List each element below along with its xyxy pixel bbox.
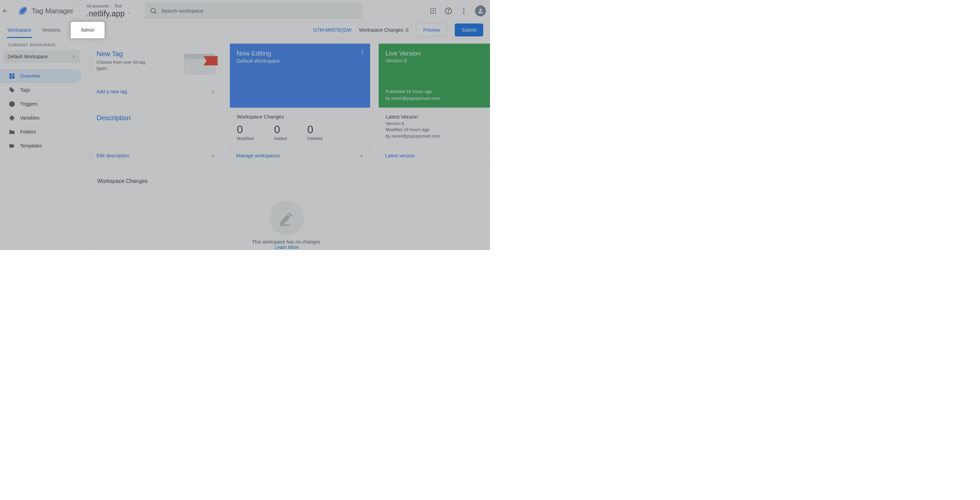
chevron-right-icon xyxy=(210,153,215,158)
search-input[interactable] xyxy=(161,8,358,14)
card-now-editing: Now Editing Default Workspace xyxy=(230,44,370,108)
product-name: Tag Manager xyxy=(32,7,73,15)
breadcrumb-root[interactable]: All accounts xyxy=(86,4,109,8)
link-label: Add a new tag xyxy=(97,89,127,94)
container-name[interactable]: .netlify.app xyxy=(86,9,125,18)
svg-point-26 xyxy=(362,49,363,50)
puzzle-icon xyxy=(8,115,15,122)
sidebar: CURRENT WORKSPACE Default Workspace Over… xyxy=(0,38,83,250)
empty-state: This workspace has no changes. Learn Mor… xyxy=(91,190,483,250)
chevron-right-icon xyxy=(110,5,113,8)
sidebar-item-tags[interactable]: Tags xyxy=(0,83,81,97)
label-icon xyxy=(8,143,15,150)
manage-workspaces-link[interactable]: Manage workspaces xyxy=(230,148,370,163)
sidebar-item-overview[interactable]: Overview xyxy=(0,69,81,83)
breadcrumb-account[interactable]: Test xyxy=(115,4,122,8)
published-by-line: by ceren@popupsmart.com xyxy=(385,95,490,102)
stat-label: Deleted xyxy=(307,136,323,141)
empty-state-message: This workspace has no changes. xyxy=(252,239,321,245)
svg-point-7 xyxy=(430,10,432,11)
tag-manager-logo-icon xyxy=(17,5,29,17)
workspace-selector[interactable]: Default Workspace xyxy=(3,50,80,63)
now-editing-menu-button[interactable] xyxy=(359,48,365,55)
tab-label: Versions xyxy=(42,27,60,33)
pencil-icon xyxy=(278,209,295,226)
body: CURRENT WORKSPACE Default Workspace Over… xyxy=(0,38,490,250)
more-button[interactable] xyxy=(460,7,468,15)
more-vert-icon xyxy=(359,48,365,54)
svg-point-10 xyxy=(430,12,432,14)
learn-more-link[interactable]: Learn More xyxy=(274,245,299,250)
chevron-right-icon xyxy=(359,153,364,158)
sub-nav: Workspace Versions Admin GTM-M6976QDW Wo… xyxy=(0,22,490,38)
caret-down-icon[interactable] xyxy=(127,11,131,15)
sidebar-item-label: Triggers xyxy=(20,102,37,107)
container-id[interactable]: GTM-M6976QDW xyxy=(313,27,352,33)
stat-value: 0 xyxy=(274,123,287,136)
submit-button[interactable]: Submit xyxy=(455,24,483,37)
breadcrumb-block: All accounts Test .netlify.app xyxy=(80,4,138,18)
product-logo-block[interactable]: Tag Manager xyxy=(11,0,80,22)
apps-button[interactable] xyxy=(429,7,437,15)
latest-version-link[interactable]: Latest version xyxy=(379,148,490,163)
preview-button[interactable]: Preview xyxy=(416,24,447,37)
more-vert-icon xyxy=(460,7,468,14)
target-icon xyxy=(8,101,15,108)
add-new-tag-link[interactable]: Add a new tag xyxy=(91,84,221,99)
card-live-version: Live Version Version 6 Published 19 hour… xyxy=(379,44,490,108)
sidebar-item-triggers[interactable]: Triggers xyxy=(0,97,81,111)
button-label: Submit xyxy=(461,27,476,33)
svg-point-28 xyxy=(362,53,363,54)
workspace-selector-value: Default Workspace xyxy=(8,54,48,59)
version-line: Version 6 xyxy=(385,58,490,64)
person-icon xyxy=(477,8,484,14)
help-button[interactable] xyxy=(444,7,453,15)
tab-admin[interactable]: Admin xyxy=(70,22,105,38)
back-button[interactable] xyxy=(0,0,11,22)
sidebar-item-folders[interactable]: Folders xyxy=(0,125,81,139)
card-title: New Tag xyxy=(97,50,154,58)
modified-line: Modified 19 hours ago xyxy=(386,127,490,132)
svg-point-18 xyxy=(479,8,482,11)
sidebar-item-label: Variables xyxy=(20,115,40,121)
stat-modified: 0 Modified xyxy=(237,123,254,141)
workspace-changes-count: Workspace Changes: 0 xyxy=(359,27,408,33)
card-latest-version: Latest Version Version 6 Modified 19 hou… xyxy=(379,108,490,163)
link-label: Latest version xyxy=(385,153,415,158)
tab-versions[interactable]: Versions xyxy=(41,22,61,38)
svg-point-8 xyxy=(433,10,434,11)
dashboard-icon xyxy=(8,73,15,80)
card-title: Workspace Changes xyxy=(237,114,363,120)
search-field[interactable] xyxy=(145,3,363,19)
svg-point-27 xyxy=(362,51,363,52)
main: New Tag Choose from over 50 tag types Ad… xyxy=(83,38,490,250)
svg-point-3 xyxy=(151,8,155,13)
svg-point-23 xyxy=(10,89,11,89)
svg-point-17 xyxy=(463,12,465,14)
card-workspace-changes: Workspace Changes 0 Modified 0 Added xyxy=(230,108,370,163)
card-subtitle: Choose from over 50 tag types xyxy=(97,59,154,71)
account-avatar[interactable] xyxy=(475,5,486,16)
by-line: by ceren@popupsmart.com xyxy=(386,134,490,139)
stat-label: Modified xyxy=(237,136,254,141)
sidebar-item-label: Overview xyxy=(20,73,40,79)
tag-icon xyxy=(8,87,15,94)
card-title: Description xyxy=(97,114,215,122)
version-line: Version 6 xyxy=(386,121,490,126)
svg-rect-21 xyxy=(12,76,14,79)
sidebar-item-label: Templates xyxy=(20,143,42,149)
card-new-tag: New Tag Choose from over 50 tag types Ad… xyxy=(90,44,221,99)
sidebar-item-variables[interactable]: Variables xyxy=(0,111,81,125)
svg-rect-19 xyxy=(10,73,12,76)
stat-value: 0 xyxy=(307,123,323,136)
edit-description-link[interactable]: Edit description xyxy=(91,148,221,163)
tab-workspace[interactable]: Workspace xyxy=(7,22,32,38)
card-title: Latest Version xyxy=(386,114,490,120)
sidebar-item-templates[interactable]: Templates xyxy=(0,139,81,153)
svg-point-15 xyxy=(463,8,465,10)
svg-rect-22 xyxy=(10,76,12,79)
link-label: Edit description xyxy=(97,153,129,158)
search-icon xyxy=(150,7,158,14)
svg-point-12 xyxy=(435,12,436,14)
apps-grid-icon xyxy=(430,7,437,14)
